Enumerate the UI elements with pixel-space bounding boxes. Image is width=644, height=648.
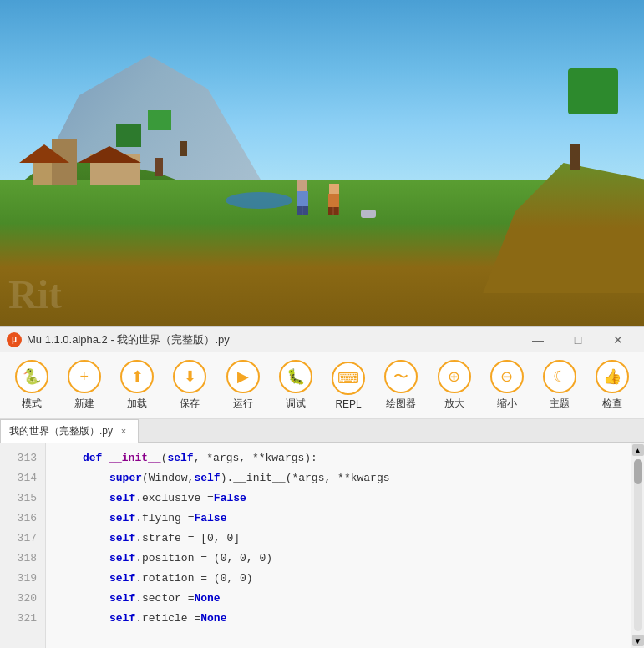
tree-leaves-1 [116,124,141,147]
tab-close-button[interactable]: × [118,425,129,437]
save-icon: ⬇ [173,360,206,393]
load-label: 加载 [127,397,147,411]
repl-icon: ⌨ [332,362,365,395]
scroll-down-button[interactable]: ▼ [632,635,644,646]
run-label: 运行 [233,397,253,411]
maximize-button[interactable]: □ [559,327,597,352]
tree-leaves-2 [148,110,171,130]
line-number: 320 [0,588,45,608]
scroll-up-button[interactable]: ▲ [632,444,644,456]
save-label: 保存 [180,397,200,411]
run-icon: ▶ [226,360,260,393]
toolbar-btn-save[interactable]: ⬇保存 [165,357,215,415]
tree-trunk-big [570,144,580,170]
watermark: Rit [0,263,70,326]
code-line-319: self .rotation = (0, 0) [56,568,631,588]
app-icon: μ [7,332,22,347]
zoom-in-icon: ⊕ [438,360,471,393]
scrollbar[interactable]: ▲ ▼ [631,443,644,648]
line-number: 317 [0,528,45,548]
toolbar-btn-check[interactable]: 👍检查 [588,357,637,415]
toolbar-btn-mode[interactable]: 🐍模式 [7,357,56,415]
tab-main-file[interactable]: 我的世界（完整版）.py× [0,419,139,443]
code-line-317: self .strafe = [0, 0] [56,528,631,548]
animal [361,210,376,218]
line-number: 316 [0,508,45,528]
code-line-314: super (Window, self ).__init__(*args, **… [56,468,631,488]
code-content[interactable]: def __init__ ( self , *args, **kwargs): … [46,443,631,648]
window-title: Mu 1.1.0.alpha.2 - 我的世界（完整版）.py [27,332,230,347]
line-number: 313 [0,448,45,468]
character-2 [328,184,339,215]
character-1 [297,180,308,215]
tree-leaves-big [568,68,618,114]
plot-label: 绘图器 [386,397,416,411]
toolbar-btn-new[interactable]: +新建 [59,357,109,415]
titlebar-left: μ Mu 1.1.0.alpha.2 - 我的世界（完整版）.py [7,332,230,347]
line-number: 315 [0,488,45,508]
check-label: 检查 [602,397,622,411]
scroll-thumb[interactable] [634,459,642,484]
code-line-316: self .flying = False [56,508,631,528]
roof-1 [19,144,69,163]
line-number: 319 [0,568,45,588]
line-numbers: 313314315316317318319320321 [0,443,46,648]
line-number: 321 [0,608,45,628]
theme-label: 主题 [550,397,570,411]
zoom-out-label: 缩小 [497,397,517,411]
debug-icon: 🐛 [279,360,312,393]
minecraft-screenshot: Rit [0,0,644,326]
toolbar-btn-zoom-out[interactable]: ⊖缩小 [482,357,531,415]
window-controls: — □ ✕ [519,327,637,352]
toolbar-btn-repl[interactable]: ⌨REPL [324,357,373,415]
tabbar: 我的世界（完整版）.py× [0,419,644,443]
line-number: 314 [0,468,45,488]
toolbar-btn-theme[interactable]: ☾主题 [535,357,585,415]
theme-icon: ☾ [543,360,576,393]
roof-2 [78,146,141,163]
scroll-track[interactable] [634,459,642,631]
tree-trunk-2 [180,141,187,156]
toolbar-btn-run[interactable]: ▶运行 [218,357,267,415]
new-label: 新建 [74,397,94,411]
code-line-321: self .reticle = None [56,608,631,628]
titlebar: μ Mu 1.1.0.alpha.2 - 我的世界（完整版）.py — □ ✕ [0,326,644,352]
toolbar-btn-plot[interactable]: 〜绘图器 [377,357,426,415]
zoom-out-icon: ⊖ [490,360,524,393]
load-icon: ⬆ [120,360,154,393]
repl-label: REPL [335,398,361,410]
debug-label: 调试 [286,397,306,411]
water-patch [226,192,292,209]
close-button[interactable]: ✕ [599,327,637,352]
code-line-318: self .position = (0, 0, 0) [56,548,631,568]
minimize-button[interactable]: — [519,327,557,352]
line-number: 318 [0,548,45,568]
new-icon: + [68,360,101,393]
tree-trunk-1 [155,158,163,176]
toolbar-btn-debug[interactable]: 🐛调试 [271,357,320,415]
mode-icon: 🐍 [15,360,48,393]
toolbar: 🐍模式+新建⬆加载⬇保存▶运行🐛调试⌨REPL〜绘图器⊕放大⊖缩小☾主题👍检查 [0,352,644,419]
code-editor: 313314315316317318319320321 def __init__… [0,443,644,648]
code-line-313: def __init__ ( self , *args, **kwargs): [56,448,631,468]
plot-icon: 〜 [384,360,418,393]
tab-label: 我的世界（完整版）.py [9,424,113,438]
code-line-315: self .exclusive = False [56,488,631,508]
toolbar-btn-load[interactable]: ⬆加载 [113,357,162,415]
zoom-in-label: 放大 [444,397,464,411]
code-line-320: self .sector = None [56,588,631,608]
mode-label: 模式 [22,397,42,411]
toolbar-btn-zoom-in[interactable]: ⊕放大 [429,357,479,415]
check-icon: 👍 [596,360,629,393]
